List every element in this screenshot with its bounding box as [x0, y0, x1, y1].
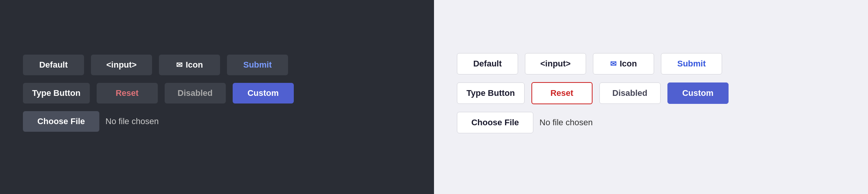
dark-panel: Default <input> ✉ Icon Submit Type Butto…: [0, 0, 434, 194]
dark-icon-label: Icon: [186, 60, 203, 70]
light-custom-button[interactable]: Custom: [667, 82, 729, 104]
light-panel: Default <input> ✉ Icon Submit Type Butto…: [434, 0, 868, 194]
dark-input-button[interactable]: <input>: [91, 55, 152, 75]
dark-no-file-text: No file chosen: [105, 116, 159, 126]
dark-disabled-label: Disabled: [178, 88, 213, 98]
light-type-button[interactable]: Type Button: [457, 82, 525, 104]
light-default-button[interactable]: Default: [457, 53, 518, 74]
dark-disabled-button[interactable]: Disabled: [165, 83, 226, 103]
light-icon-label: Icon: [620, 59, 637, 69]
dark-row-1: Default <input> ✉ Icon Submit: [23, 55, 288, 75]
dark-custom-button[interactable]: Custom: [233, 83, 294, 103]
dark-reset-button[interactable]: Reset: [97, 83, 158, 103]
dark-default-label: Default: [39, 60, 68, 70]
dark-choose-file-button[interactable]: Choose File: [23, 111, 99, 132]
light-choose-file-button[interactable]: Choose File: [457, 112, 533, 133]
light-disabled-label: Disabled: [612, 88, 648, 98]
light-envelope-icon: ✉: [610, 59, 617, 68]
light-submit-label: Submit: [677, 59, 706, 69]
light-file-input-group: Choose File No file chosen: [457, 112, 593, 133]
light-row-2: Type Button Reset Disabled Custom: [457, 82, 729, 104]
light-input-label: <input>: [540, 59, 570, 69]
light-custom-label: Custom: [682, 88, 714, 98]
dark-choose-file-label: Choose File: [37, 116, 85, 126]
dark-default-button[interactable]: Default: [23, 55, 84, 75]
light-disabled-button[interactable]: Disabled: [599, 82, 661, 104]
light-row-1: Default <input> ✉ Icon Submit: [457, 53, 722, 74]
light-no-file-text: No file chosen: [539, 118, 593, 128]
dark-submit-button[interactable]: Submit: [227, 55, 288, 75]
dark-file-input-group: Choose File No file chosen: [23, 111, 159, 132]
dark-icon-button[interactable]: ✉ Icon: [159, 55, 220, 75]
dark-reset-label: Reset: [116, 88, 139, 98]
envelope-icon: ✉: [176, 60, 183, 70]
dark-type-button[interactable]: Type Button: [23, 83, 90, 103]
light-input-button[interactable]: <input>: [525, 53, 586, 74]
light-reset-label: Reset: [551, 88, 573, 98]
dark-type-button-label: Type Button: [32, 88, 81, 98]
light-submit-button[interactable]: Submit: [661, 53, 722, 74]
light-choose-file-label: Choose File: [471, 118, 519, 127]
light-default-label: Default: [473, 59, 502, 69]
dark-input-label: <input>: [106, 60, 136, 70]
light-row-3: Choose File No file chosen: [457, 112, 593, 133]
light-type-button-label: Type Button: [466, 88, 515, 98]
dark-submit-label: Submit: [243, 60, 272, 70]
dark-row-2: Type Button Reset Disabled Custom: [23, 83, 294, 103]
light-reset-button[interactable]: Reset: [531, 82, 593, 104]
dark-row-3: Choose File No file chosen: [23, 111, 159, 132]
dark-custom-label: Custom: [248, 88, 279, 98]
light-icon-button[interactable]: ✉ Icon: [593, 53, 654, 74]
